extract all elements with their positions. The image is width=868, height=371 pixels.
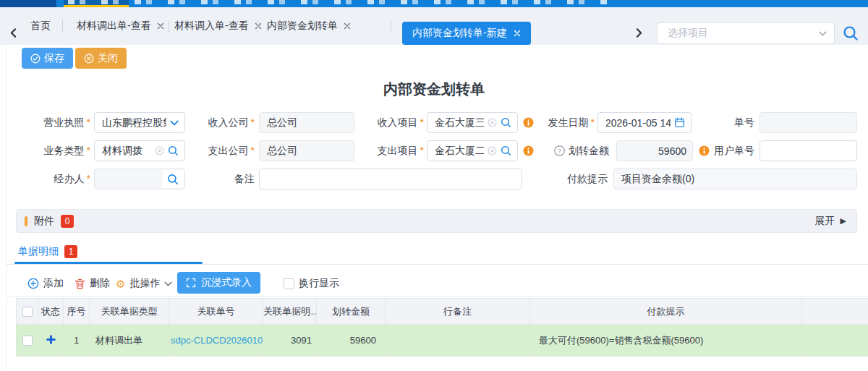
table-row[interactable]: 1 材料调出单 sdpc-CLDCD2026010000 3091 59600 … bbox=[17, 325, 868, 357]
expand-plus-icon[interactable] bbox=[46, 335, 56, 344]
row-empty-cell bbox=[802, 325, 868, 357]
field-label-expense-company: 支出公司 bbox=[184, 140, 255, 161]
save-button[interactable]: 保存 bbox=[22, 48, 73, 69]
delete-row-button[interactable]: 删除 bbox=[75, 277, 110, 290]
gear-icon: ⚙ bbox=[116, 278, 125, 289]
tab-detail-lines[interactable]: 单据明细 1 bbox=[18, 245, 77, 258]
doc-no-input bbox=[760, 112, 857, 133]
business-type-value: 材料调拨 bbox=[102, 145, 151, 158]
tab-fund-transfer-new-active[interactable]: 内部资金划转单-新建 bbox=[402, 22, 531, 45]
occur-date-input[interactable]: 2026-01-05 14: bbox=[597, 112, 692, 133]
question-circle-icon[interactable]: ? bbox=[554, 145, 565, 156]
detail-count-badge: 1 bbox=[64, 245, 77, 258]
field-label-payment-tip: 付款提示 bbox=[548, 169, 608, 189]
row-doc-no-link[interactable]: sdpc-CLDCD2026010000 bbox=[169, 325, 263, 357]
batch-operation-button[interactable]: ⚙ 批操作 bbox=[116, 277, 172, 290]
tabs-scroll-left-icon[interactable] bbox=[9, 27, 18, 40]
attachment-label: 附件 bbox=[34, 215, 54, 228]
tabs-scroll-right-icon[interactable] bbox=[634, 27, 644, 40]
row-select-cell[interactable] bbox=[17, 325, 38, 357]
field-label-remark: 备注 bbox=[184, 169, 255, 189]
wrap-display-option[interactable]: 换行显示 bbox=[284, 277, 339, 290]
add-row-label: 添加 bbox=[43, 277, 64, 290]
tab-label: 材料调入单-查看 bbox=[174, 20, 249, 33]
payment-tip-input: 项目资金余额(0) bbox=[613, 169, 857, 189]
wrap-display-checkbox[interactable] bbox=[284, 278, 294, 289]
header-amount: 划转金额 bbox=[317, 299, 386, 325]
detail-table: 状态 序号 关联单据类型 关联单号 关联单据明… 划转金额 行备注 付款提示 1… bbox=[16, 298, 868, 357]
business-license-value: 山东鹏程控股集团 bbox=[102, 116, 166, 129]
clear-icon[interactable] bbox=[155, 146, 164, 155]
clear-icon[interactable] bbox=[488, 118, 497, 127]
tab-divider bbox=[169, 20, 169, 33]
business-license-select[interactable]: 山东鹏程控股集团 bbox=[94, 112, 185, 133]
search-icon[interactable] bbox=[501, 145, 511, 156]
tab-divider bbox=[62, 20, 63, 33]
header-select-all[interactable] bbox=[17, 299, 38, 325]
tab-bar: 首页 材料调出单-查看 材料调入单-查看 内部资金划转单 内部资金划转单-新建 … bbox=[0, 7, 868, 45]
field-label-transfer-amount: ? 划转金额 bbox=[515, 140, 609, 161]
batch-operation-label: 批操作 bbox=[129, 277, 160, 290]
transfer-amount-input: 59600 bbox=[616, 140, 693, 161]
project-search-icon[interactable] bbox=[843, 25, 859, 44]
project-select[interactable]: 选择项目 bbox=[657, 22, 835, 44]
save-button-label: 保存 bbox=[44, 52, 64, 65]
svg-text:?: ? bbox=[558, 147, 561, 155]
row-payment-tip-cell: 最大可付(59600)=销售含税金额(59600) bbox=[530, 325, 802, 357]
row-status-cell[interactable] bbox=[38, 325, 64, 357]
chevron-down-icon bbox=[170, 119, 179, 127]
income-project-info-icon[interactable] bbox=[523, 117, 534, 131]
header-doc-type: 关联单据类型 bbox=[90, 299, 169, 325]
tab-label: 材料调出单-查看 bbox=[77, 20, 151, 33]
tab-close-icon[interactable] bbox=[344, 20, 351, 32]
close-button[interactable]: 关闭 bbox=[75, 48, 127, 69]
fullscreen-icon bbox=[186, 278, 196, 288]
income-project-value: 金石大厦三期 bbox=[435, 116, 484, 129]
menubar-clipped-text bbox=[68, 0, 610, 4]
income-company-input: 总公司 bbox=[259, 112, 354, 133]
field-label-income-project: 收入项目 bbox=[347, 112, 424, 133]
field-label-business-type: 业务类型 bbox=[14, 140, 90, 161]
business-type-input[interactable]: 材料调拨 bbox=[94, 140, 185, 161]
expense-project-input[interactable]: 金石大厦二期 bbox=[427, 140, 518, 161]
header-seq: 序号 bbox=[64, 299, 90, 325]
tab-divider bbox=[391, 20, 391, 33]
row-amount-cell: 59600 bbox=[317, 325, 386, 357]
expense-company-input: 总公司 bbox=[259, 140, 354, 161]
expand-button[interactable]: 展开 ▶ bbox=[815, 215, 846, 228]
tab-close-icon[interactable] bbox=[514, 27, 521, 39]
attachment-marker bbox=[25, 216, 27, 226]
select-all-checkbox[interactable] bbox=[22, 307, 33, 317]
chevron-down-icon bbox=[819, 30, 827, 38]
tab-fund-transfer[interactable]: 内部资金划转单 bbox=[267, 7, 351, 45]
menubar-logo-area bbox=[0, 0, 56, 7]
field-label-handler: 经办人 bbox=[14, 169, 90, 189]
search-icon[interactable] bbox=[168, 145, 179, 156]
tab-close-icon[interactable] bbox=[255, 20, 262, 32]
calendar-icon[interactable] bbox=[674, 117, 685, 128]
tab-close-icon[interactable] bbox=[157, 20, 164, 32]
row-detail-id-cell: 3091 bbox=[263, 325, 317, 357]
clear-icon[interactable] bbox=[488, 146, 497, 155]
add-row-button[interactable]: 添加 bbox=[27, 277, 64, 290]
toolbar-divider bbox=[6, 297, 868, 297]
field-label-doc-no: 单号 bbox=[705, 112, 754, 133]
handler-search-button[interactable] bbox=[162, 170, 184, 188]
tab-material-out-view[interactable]: 材料调出单-查看 bbox=[77, 7, 164, 45]
expense-company-value: 总公司 bbox=[267, 145, 348, 158]
field-label-user-doc-no: 用户单号 bbox=[694, 140, 754, 161]
income-project-input[interactable]: 金石大厦三期 bbox=[427, 112, 518, 133]
row-checkbox[interactable] bbox=[22, 336, 33, 346]
immersive-entry-button[interactable]: 沉浸式录入 bbox=[177, 272, 260, 294]
tab-material-in-view[interactable]: 材料调入单-查看 bbox=[174, 7, 262, 45]
remark-input[interactable] bbox=[259, 169, 522, 189]
header-detail-id: 关联单据明… bbox=[263, 299, 317, 325]
tab-label: 内部资金划转单 bbox=[267, 20, 338, 33]
search-icon[interactable] bbox=[501, 117, 511, 128]
handler-input[interactable] bbox=[94, 169, 185, 189]
tab-home[interactable]: 首页 bbox=[30, 7, 51, 45]
user-doc-no-input[interactable] bbox=[760, 140, 857, 161]
header-row-remark: 行备注 bbox=[386, 299, 530, 325]
detail-tab-label: 单据明细 bbox=[18, 245, 59, 258]
app-window: 首页 材料调出单-查看 材料调入单-查看 内部资金划转单 内部资金划转单-新建 … bbox=[0, 0, 868, 371]
